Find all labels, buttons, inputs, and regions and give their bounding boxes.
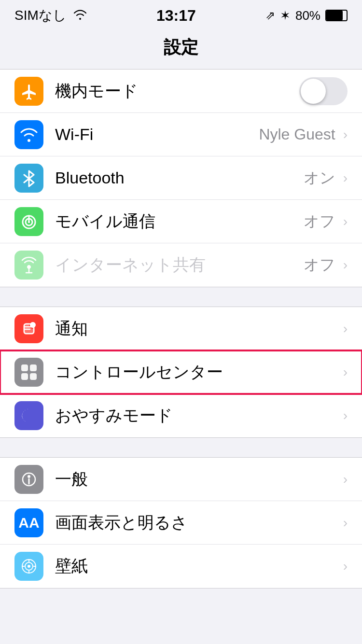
do-not-disturb-label: おやすみモード	[55, 405, 343, 427]
status-bar: SIMなし 13:17 ⇗ ✶ 80%	[0, 0, 362, 29]
row-cellular[interactable]: モバイル通信 オフ ›	[0, 200, 362, 243]
status-left: SIMなし	[14, 6, 87, 25]
row-general[interactable]: 一般 ›	[0, 458, 362, 501]
section-notifications: 通知 › コントロールセンター › おやすみモード	[0, 307, 362, 438]
row-notifications[interactable]: 通知 ›	[0, 307, 362, 350]
svg-rect-12	[21, 373, 28, 380]
notifications-label: 通知	[55, 318, 343, 340]
hotspot-value: オフ	[304, 254, 335, 276]
control-center-label: コントロールセンター	[55, 361, 343, 383]
row-wallpaper[interactable]: 壁紙 ›	[0, 545, 362, 588]
bluetooth-status-icon: ✶	[280, 8, 291, 23]
carrier-label: SIMなし	[14, 6, 67, 25]
cellular-value: オフ	[304, 211, 335, 232]
display-label: 画面表示と明るさ	[55, 512, 343, 534]
hotspot-chevron: ›	[343, 257, 348, 273]
general-chevron: ›	[343, 472, 348, 487]
status-right: ⇗ ✶ 80%	[265, 8, 348, 23]
svg-rect-13	[30, 373, 37, 380]
svg-point-19	[28, 565, 30, 568]
do-not-disturb-icon	[14, 401, 43, 430]
wifi-value: Nyle Guest	[259, 126, 335, 143]
settings-group-network: 機内モード Wi-Fi Nyle Guest ›	[0, 69, 362, 287]
section-network: 機内モード Wi-Fi Nyle Guest ›	[0, 69, 362, 287]
wifi-chevron: ›	[343, 127, 348, 142]
battery-percent: 80%	[295, 8, 320, 23]
general-label: 一般	[55, 468, 343, 490]
control-center-chevron: ›	[343, 364, 348, 380]
battery-icon	[325, 10, 348, 21]
settings-group-system: 一般 › AA 画面表示と明るさ › 壁紙 ›	[0, 457, 362, 588]
row-airplane-mode[interactable]: 機内モード	[0, 70, 362, 113]
display-chevron: ›	[343, 515, 348, 531]
row-display[interactable]: AA 画面表示と明るさ ›	[0, 501, 362, 545]
airplane-mode-toggle[interactable]	[299, 77, 348, 105]
wallpaper-label: 壁紙	[55, 555, 343, 577]
bluetooth-label: Bluetooth	[55, 168, 304, 187]
row-do-not-disturb[interactable]: おやすみモード ›	[0, 394, 362, 437]
airplane-mode-icon	[14, 77, 43, 106]
wifi-setting-icon	[14, 120, 43, 149]
row-control-center[interactable]: コントロールセンター ›	[0, 350, 362, 394]
settings-group-notifications: 通知 › コントロールセンター › おやすみモード	[0, 307, 362, 438]
cellular-label: モバイル通信	[55, 210, 304, 233]
airplane-mode-label: 機内モード	[55, 80, 299, 102]
hotspot-label: インターネット共有	[55, 254, 304, 276]
row-bluetooth[interactable]: Bluetooth オン ›	[0, 156, 362, 200]
row-hotspot[interactable]: インターネット共有 オフ ›	[0, 243, 362, 287]
svg-point-15	[28, 475, 30, 478]
bluetooth-chevron: ›	[343, 170, 348, 186]
location-icon: ⇗	[265, 9, 275, 22]
general-icon	[14, 465, 43, 494]
svg-rect-10	[21, 364, 28, 371]
bluetooth-value: オン	[304, 168, 335, 189]
svg-rect-11	[30, 364, 37, 371]
wifi-icon	[73, 8, 87, 23]
control-center-icon	[14, 358, 43, 387]
time-display: 13:17	[156, 7, 196, 25]
notifications-icon	[14, 314, 43, 343]
do-not-disturb-chevron: ›	[343, 408, 348, 423]
bluetooth-icon	[14, 164, 43, 193]
hotspot-icon	[14, 251, 43, 280]
notifications-chevron: ›	[343, 321, 348, 336]
wifi-label: Wi-Fi	[55, 125, 259, 144]
wallpaper-chevron: ›	[343, 559, 348, 574]
display-icon: AA	[14, 508, 43, 537]
section-system: 一般 › AA 画面表示と明るさ › 壁紙 ›	[0, 457, 362, 588]
page-title: 設定	[0, 29, 362, 69]
row-wifi[interactable]: Wi-Fi Nyle Guest ›	[0, 113, 362, 156]
cellular-chevron: ›	[343, 214, 348, 229]
cellular-icon	[14, 207, 43, 236]
wallpaper-icon	[14, 552, 43, 581]
